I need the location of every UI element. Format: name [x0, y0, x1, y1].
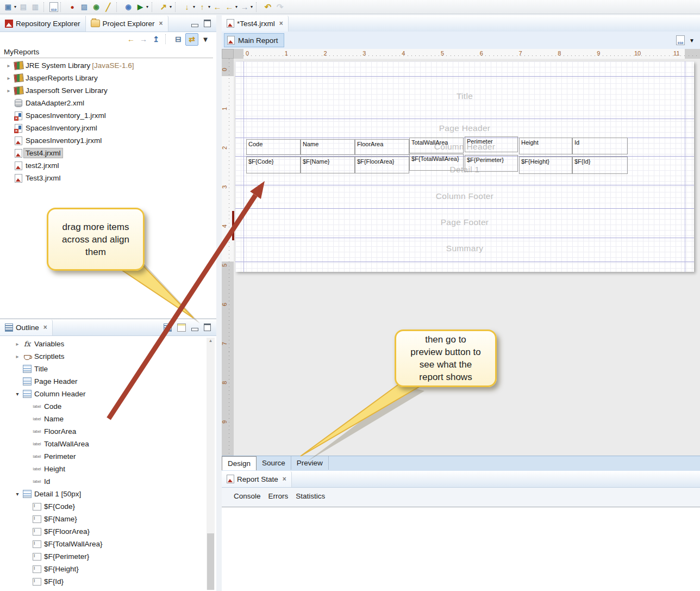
outline-tree-item[interactable]: $F{Name} — [13, 513, 216, 525]
column-header-label[interactable]: Perimeter — [465, 136, 518, 152]
chevron-collapsed-icon[interactable]: ▸ — [13, 353, 22, 359]
outline-tree-item[interactable]: ▸fxVariables — [13, 338, 216, 350]
tab-source[interactable]: Source — [257, 456, 291, 470]
column-header-label[interactable]: FloorArea — [355, 139, 409, 155]
tree-view-icon[interactable] — [164, 324, 172, 332]
main-report-button[interactable]: Main Report — [224, 33, 284, 47]
save-all-icon[interactable]: ▥ — [30, 2, 41, 13]
tab-outline[interactable]: Outline × — [0, 320, 53, 335]
back-history-icon[interactable]: ← — [212, 2, 223, 13]
close-icon[interactable]: × — [43, 324, 47, 331]
outline-tree-item[interactable]: labelPerimeter — [13, 450, 216, 463]
view-menu-icon[interactable]: ▾ — [200, 34, 211, 45]
detail-field[interactable]: $F{Id} — [572, 157, 628, 174]
outline-tree-item[interactable]: $F{FloorArea} — [13, 525, 216, 538]
forward-icon[interactable]: → — [138, 34, 149, 45]
column-header-label[interactable]: Name — [301, 139, 355, 155]
view-xml-source-icon[interactable]: 010 — [49, 2, 58, 12]
chevron-down-icon[interactable]: ▼ — [689, 38, 695, 43]
repository-tree-item[interactable]: ▸JasperReports Library — [4, 72, 216, 84]
debug-icon[interactable]: ● — [67, 2, 78, 13]
report-page[interactable]: TitlePage HeaderColumn HeaderDetail 1Col… — [235, 61, 694, 272]
outline-tree-item[interactable]: ▸Scriptlets — [13, 350, 216, 363]
run-report-dropdown-icon[interactable]: ▾ — [146, 4, 148, 9]
back-icon[interactable]: ← — [126, 34, 136, 45]
outline-scrollbar[interactable]: ▴ — [207, 338, 215, 590]
scrollbar-thumb[interactable] — [207, 533, 214, 590]
chevron-collapsed-icon[interactable]: ▸ — [13, 341, 22, 347]
link-with-editor-icon[interactable]: ⇄ — [185, 33, 198, 46]
minimize-icon[interactable] — [191, 24, 198, 27]
repository-tree-item[interactable]: Test4.jrxml — [4, 147, 216, 159]
outline-tree-item[interactable]: labelName — [13, 413, 216, 425]
new-wizard-icon[interactable]: ▣ — [3, 2, 14, 13]
outline-tree-item[interactable]: $F{Code} — [13, 500, 216, 513]
detail-field[interactable]: $F{Height} — [519, 157, 572, 174]
close-icon[interactable]: × — [283, 475, 286, 483]
column-header-label[interactable]: Id — [572, 138, 628, 154]
repository-tree-item[interactable]: SpacesInventory_1.jrxml — [4, 109, 216, 122]
repository-tree-item[interactable]: ▸JRE System Library [JavaSE-1.6] — [4, 59, 216, 72]
maximize-icon[interactable] — [204, 20, 211, 27]
save-icon[interactable]: ▤ — [18, 2, 29, 13]
undo-icon[interactable]: ↶ — [262, 2, 273, 13]
chevron-collapsed-icon[interactable]: ▸ — [4, 63, 13, 69]
detail-field[interactable]: $F{TotalWallArea} — [409, 154, 464, 171]
outline-tree-item[interactable]: $F{TotalWallArea} — [13, 538, 216, 550]
export-dropdown-icon[interactable]: ▾ — [208, 4, 210, 9]
outline-tree-item[interactable]: labelId — [13, 475, 216, 488]
section-errors[interactable]: Errors — [268, 492, 289, 500]
go-into-icon[interactable]: ↥ — [151, 34, 161, 45]
detail-field[interactable]: $F{Perimeter} — [465, 155, 518, 172]
tab-test4-jrxml[interactable]: *Test4.jrxml × — [222, 16, 289, 32]
tab-project-explorer[interactable]: Project Explorer × — [86, 16, 168, 32]
detail-field[interactable]: $F{Name} — [301, 157, 355, 173]
outline-tree-item[interactable]: ▾Detail 1 [50px] — [13, 488, 216, 500]
run-report-icon[interactable]: ▶ — [135, 2, 146, 13]
new-wizard-dropdown-icon[interactable]: ▾ — [14, 4, 16, 9]
maximize-icon[interactable] — [204, 324, 211, 331]
console-output-area[interactable] — [222, 507, 700, 591]
outline-tree-item[interactable]: ▾Column Header — [13, 388, 216, 400]
outline-tree-item[interactable]: labelCode — [13, 400, 216, 413]
detail-field[interactable]: $F{FloorArea} — [355, 157, 409, 173]
repository-tree-item[interactable]: DataAdapter2.xml — [4, 97, 216, 109]
report-thumbnail-icon[interactable] — [177, 324, 186, 332]
report-wizard-icon[interactable]: ╱ — [103, 2, 114, 13]
xml-source-icon[interactable]: 010 — [676, 35, 685, 45]
column-header-label[interactable]: Height — [519, 138, 572, 154]
edit-dataset-icon[interactable]: ◉ — [123, 2, 134, 13]
publish-report-icon[interactable]: ↗ — [158, 2, 169, 13]
forward-dropdown-icon[interactable]: ▾ — [251, 4, 253, 9]
scroll-up-icon[interactable]: ▴ — [207, 338, 215, 343]
outline-tree-item[interactable]: Page Header — [13, 375, 216, 388]
repository-tree-item[interactable]: ▸Jaspersoft Server Library — [4, 84, 216, 97]
chevron-expanded-icon[interactable]: ▾ — [13, 491, 22, 497]
close-icon[interactable]: × — [159, 20, 163, 27]
back-icon[interactable]: ← — [224, 2, 235, 13]
outline-tree-item[interactable]: $F{Height} — [13, 563, 216, 575]
column-header-label[interactable]: TotalWallArea — [409, 138, 464, 153]
publish-report-dropdown-icon[interactable]: ▾ — [170, 4, 172, 9]
repository-tree-item[interactable]: test2.jrxml — [4, 159, 216, 172]
repository-tree-item[interactable]: SpacesInventory.jrxml — [4, 122, 216, 134]
tab-preview[interactable]: Preview — [291, 456, 329, 470]
collapse-all-icon[interactable]: ⊟ — [173, 34, 184, 45]
chevron-collapsed-icon[interactable]: ▸ — [4, 75, 13, 81]
import-icon[interactable]: ↓ — [182, 2, 192, 13]
outline-tree-item[interactable]: labelFloorArea — [13, 425, 216, 438]
outline-tree-item[interactable]: Title — [13, 363, 216, 375]
repository-tree-item[interactable]: Test3.jrxml — [4, 172, 216, 184]
outline-tree-item[interactable]: labelHeight — [13, 463, 216, 475]
tab-report-state[interactable]: Report State × — [222, 471, 292, 487]
section-console[interactable]: Console — [234, 492, 261, 500]
section-statistics[interactable]: Statistics — [296, 492, 325, 500]
back-dropdown-icon[interactable]: ▾ — [235, 4, 238, 9]
import-dropdown-icon[interactable]: ▾ — [193, 4, 195, 9]
new-report-wizard-icon[interactable]: ▨ — [79, 2, 90, 13]
design-canvas[interactable]: TitlePage HeaderColumn HeaderDetail 1Col… — [234, 59, 700, 456]
repository-tree-item[interactable]: SpacesInventory1.jrxml — [4, 134, 216, 147]
outline-tree-item[interactable]: $F{Perimeter} — [13, 550, 216, 563]
tab-repository-explorer[interactable]: Repository Explorer — [0, 16, 86, 32]
minimize-icon[interactable] — [191, 328, 198, 331]
